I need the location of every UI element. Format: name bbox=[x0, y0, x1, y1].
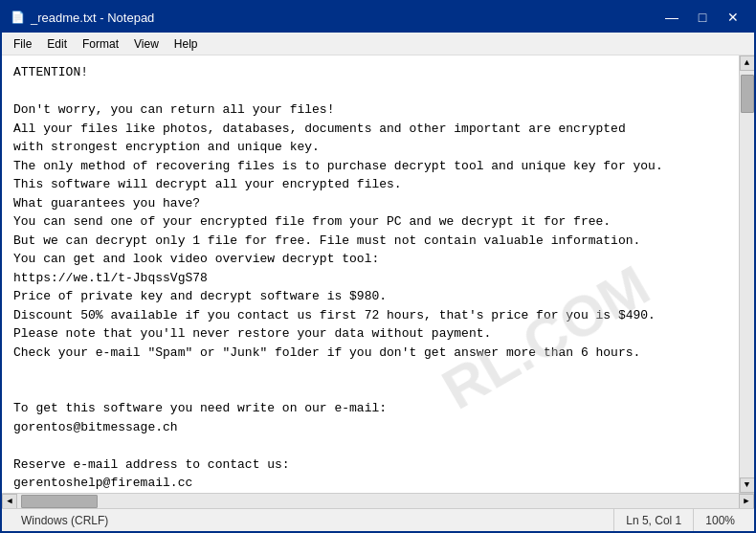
close-button[interactable]: ✕ bbox=[720, 7, 746, 28]
window-title: _readme.txt - Notepad bbox=[31, 11, 154, 25]
menu-format[interactable]: Format bbox=[75, 35, 126, 53]
menu-edit[interactable]: Edit bbox=[39, 35, 75, 53]
scroll-down-arrow[interactable]: ▼ bbox=[740, 477, 755, 493]
vertical-scrollbar[interactable]: ▲ ▼ bbox=[739, 56, 754, 493]
status-encoding: Windows (CRLF) bbox=[10, 509, 614, 531]
scroll-track-h[interactable] bbox=[17, 494, 739, 508]
scroll-thumb-v[interactable] bbox=[741, 75, 754, 113]
notepad-window: 📄 _readme.txt - Notepad — □ ✕ File Edit … bbox=[0, 0, 756, 533]
menu-help[interactable]: Help bbox=[167, 35, 206, 53]
title-bar-left: 📄 _readme.txt - Notepad bbox=[10, 10, 154, 25]
app-icon: 📄 bbox=[10, 10, 25, 25]
text-editor[interactable]: ATTENTION! Don't worry, you can return a… bbox=[2, 56, 739, 493]
title-bar: 📄 _readme.txt - Notepad — □ ✕ bbox=[2, 2, 754, 33]
content-area: ATTENTION! Don't worry, you can return a… bbox=[2, 56, 754, 493]
scroll-up-arrow[interactable]: ▲ bbox=[740, 56, 755, 71]
scroll-left-arrow[interactable]: ◀ bbox=[2, 494, 17, 509]
status-bar: Windows (CRLF) Ln 5, Col 1 100% bbox=[2, 508, 754, 531]
menu-view[interactable]: View bbox=[126, 35, 167, 53]
minimize-button[interactable]: — bbox=[658, 7, 685, 28]
status-position: Ln 5, Col 1 bbox=[614, 509, 694, 531]
horizontal-scrollbar[interactable]: ◀ ▶ bbox=[2, 493, 754, 508]
scroll-right-arrow[interactable]: ▶ bbox=[739, 494, 754, 509]
menu-bar: File Edit Format View Help bbox=[2, 33, 754, 56]
scroll-thumb-h[interactable] bbox=[21, 495, 98, 508]
scroll-track-v[interactable] bbox=[740, 71, 754, 477]
title-buttons: — □ ✕ bbox=[658, 7, 746, 28]
menu-file[interactable]: File bbox=[6, 35, 39, 53]
status-zoom: 100% bbox=[694, 509, 746, 531]
maximize-button[interactable]: □ bbox=[689, 7, 716, 28]
